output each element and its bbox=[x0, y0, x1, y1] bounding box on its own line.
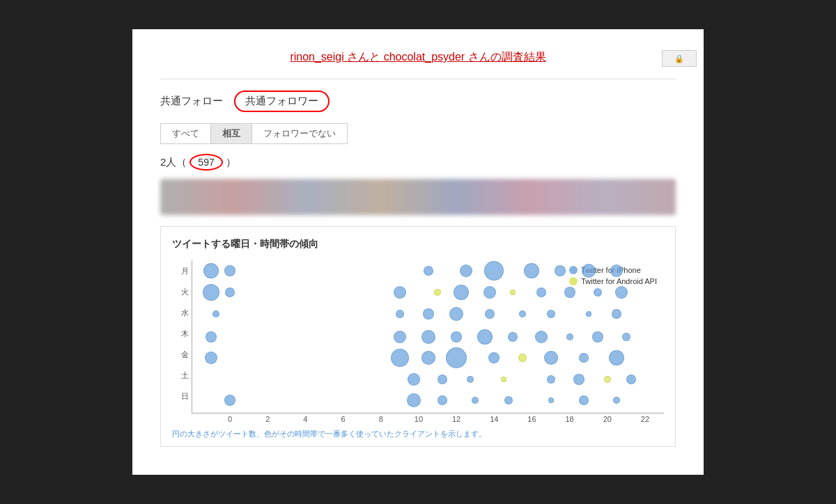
bubble-sat-1 bbox=[408, 373, 420, 386]
follower-tab-circled[interactable]: 共通フォロワー bbox=[234, 90, 330, 112]
bubble-sun-2 bbox=[438, 395, 447, 405]
chart-note: 円の大きさがツイート数、色がその時間帯で一番多く使っていたクライアントを示します… bbox=[172, 429, 664, 439]
bubble-mon-6 bbox=[555, 265, 566, 276]
bubble-wed-7 bbox=[586, 311, 591, 317]
y-label-sat: 土 bbox=[172, 365, 192, 386]
bubble-thu-3 bbox=[451, 331, 462, 342]
bubble-fri-1 bbox=[391, 349, 409, 367]
bubble-tue-8 bbox=[564, 287, 575, 298]
page-title: rinon_seigi さんと chocolat_psyder さんの調査結果 bbox=[160, 50, 676, 65]
page-card: rinon_seigi さんと chocolat_psyder さんの調査結果 … bbox=[132, 29, 704, 475]
lock-icon-button[interactable]: 🔒 bbox=[662, 50, 697, 67]
x-label-2: 2 bbox=[249, 415, 286, 423]
tabs-row: 共通フォロー 共通フォロワー bbox=[160, 90, 676, 112]
y-label-sun: 日 bbox=[172, 386, 192, 407]
bubble-mon-7 bbox=[582, 264, 596, 278]
bubble-sat-2 bbox=[438, 375, 447, 384]
bubble-mon-0 bbox=[203, 263, 219, 278]
x-label-20: 20 bbox=[589, 415, 626, 423]
bubble-sat-5 bbox=[547, 375, 555, 384]
bubble-sun-7 bbox=[613, 397, 620, 404]
x-axis: 0 2 4 6 8 10 12 14 16 18 20 22 bbox=[192, 415, 664, 423]
bubble-mon-1 bbox=[224, 265, 235, 276]
bubble-thu-1 bbox=[394, 331, 406, 343]
chart-plot: Twitter for iPhone Twitter for Android A… bbox=[192, 260, 664, 414]
x-label-14: 14 bbox=[475, 415, 513, 423]
bubble-fri-6 bbox=[544, 351, 558, 365]
count-row: 2人（ 597 ） bbox=[160, 154, 676, 171]
bubble-thu-9 bbox=[622, 333, 630, 341]
x-label-4: 4 bbox=[286, 415, 324, 423]
count-prefix: 2人（ bbox=[160, 156, 187, 169]
bubble-mon-5 bbox=[524, 263, 539, 278]
bubble-tue-9 bbox=[594, 288, 602, 297]
legend-android-label: Twitter for Android API bbox=[581, 277, 657, 285]
x-label-6: 6 bbox=[325, 415, 362, 423]
bubble-wed-5 bbox=[519, 310, 526, 317]
avatar-strip bbox=[160, 179, 676, 215]
filter-mutual[interactable]: 相互 bbox=[211, 124, 252, 143]
bubble-fri-4 bbox=[488, 352, 500, 363]
chart-title: ツイートする曜日・時間帯の傾向 bbox=[172, 238, 664, 251]
bubble-wed-6 bbox=[547, 310, 555, 318]
bubble-wed-1 bbox=[396, 310, 404, 318]
y-label-fri: 金 bbox=[172, 344, 192, 365]
bubble-sat-3 bbox=[467, 376, 474, 383]
bubble-tue-3 bbox=[434, 289, 441, 296]
bubble-fri-5 bbox=[518, 354, 527, 362]
bubble-mon-2 bbox=[424, 266, 433, 276]
bubble-sat-6 bbox=[573, 374, 585, 385]
bubble-thu-2 bbox=[421, 330, 435, 344]
x-label-12: 12 bbox=[438, 415, 475, 423]
bubble-sun-5 bbox=[548, 397, 554, 403]
bubble-fri-3 bbox=[446, 347, 467, 368]
filter-all[interactable]: すべて bbox=[161, 124, 211, 143]
y-label-mon: 月 bbox=[172, 260, 192, 281]
bubble-thu-6 bbox=[535, 331, 548, 343]
x-label-16: 16 bbox=[513, 415, 550, 423]
bubble-mon-4 bbox=[484, 261, 504, 281]
bubble-fri-8 bbox=[609, 350, 624, 365]
x-label-0: 0 bbox=[211, 415, 249, 423]
bubble-wed-2 bbox=[423, 308, 434, 320]
bubble-tue-2 bbox=[394, 286, 406, 299]
y-axis: 月 火 水 木 金 土 日 bbox=[172, 260, 192, 423]
bubble-wed-8 bbox=[612, 309, 621, 319]
count-suffix: ） bbox=[226, 156, 236, 169]
y-label-thu: 木 bbox=[172, 323, 192, 344]
bubble-fri-0 bbox=[205, 352, 217, 364]
bubble-sun-0 bbox=[224, 395, 235, 406]
bubble-tue-6 bbox=[510, 290, 516, 295]
filter-not-follower[interactable]: フォロワーでない bbox=[252, 124, 347, 143]
filter-row: すべて 相互 フォロワーでない bbox=[160, 123, 348, 144]
bubble-sun-3 bbox=[472, 397, 479, 404]
y-label-wed: 水 bbox=[172, 302, 192, 323]
bubble-sat-4 bbox=[501, 377, 506, 382]
bubble-thu-4 bbox=[477, 329, 493, 345]
bubble-mon-8 bbox=[610, 265, 623, 277]
bubble-fri-2 bbox=[421, 351, 435, 365]
bubble-sat-8 bbox=[626, 375, 636, 384]
bubble-tue-1 bbox=[225, 288, 235, 297]
bubble-thu-8 bbox=[592, 331, 603, 342]
bubble-sun-1 bbox=[407, 393, 421, 407]
bubble-tue-4 bbox=[454, 285, 469, 300]
x-label-22: 22 bbox=[626, 415, 664, 423]
bubble-tue-0 bbox=[203, 284, 219, 301]
bubble-mon-3 bbox=[460, 265, 472, 277]
x-label-18: 18 bbox=[551, 415, 589, 423]
bubble-wed-0 bbox=[212, 310, 219, 317]
y-label-tue: 火 bbox=[172, 281, 192, 302]
bubble-sat-7 bbox=[604, 376, 611, 383]
bubble-sun-6 bbox=[579, 395, 589, 405]
legend-dot-blue bbox=[569, 266, 578, 274]
bubble-tue-5 bbox=[483, 286, 496, 299]
x-label-8: 8 bbox=[362, 415, 400, 423]
bubble-tue-7 bbox=[536, 288, 546, 297]
bubble-sun-4 bbox=[504, 396, 513, 404]
bubble-tue-10 bbox=[615, 286, 628, 299]
legend-android: Twitter for Android API bbox=[569, 277, 657, 285]
follow-label: 共通フォロー bbox=[160, 95, 223, 108]
bubble-wed-3 bbox=[449, 307, 463, 321]
bubble-thu-5 bbox=[508, 332, 518, 342]
